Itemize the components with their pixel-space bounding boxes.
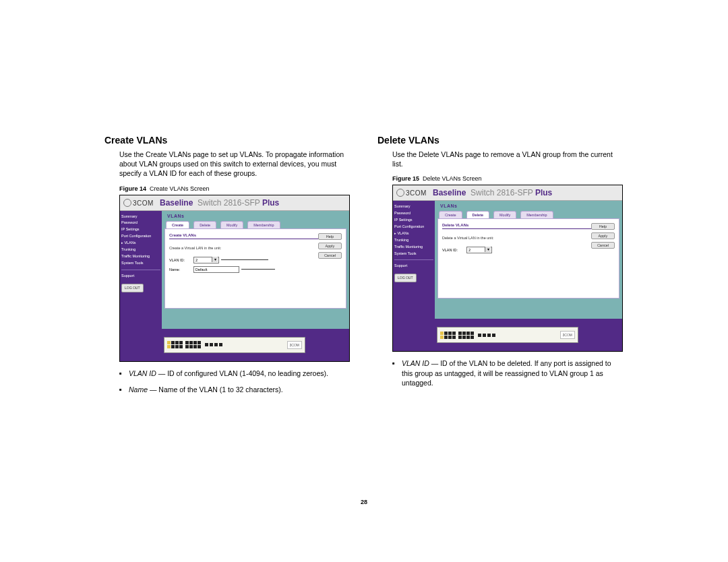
- sidebar-item-vlans[interactable]: VLANs: [394, 230, 433, 237]
- tab-modify[interactable]: Modify: [493, 211, 516, 218]
- vlanid-underline: [221, 259, 268, 260]
- sidebar-item-traffic[interactable]: Traffic Monitoring: [394, 244, 433, 251]
- product-banner: Baseline Switch 2816-SFP Plus: [157, 198, 349, 208]
- port-logo: 3COM: [287, 341, 302, 349]
- sidebar-item-summary[interactable]: Summary: [394, 204, 433, 210]
- sidebar-item-trunking[interactable]: Trunking: [394, 237, 433, 244]
- sidebar-item-ip-settings[interactable]: IP Settings: [121, 226, 160, 233]
- section-heading-delete: Delete VLANs: [377, 135, 624, 146]
- page-number: 28: [104, 499, 624, 505]
- apply-button[interactable]: Apply: [591, 232, 615, 239]
- bullet-name: Name — Name of the VLAN (1 to 32 charact…: [119, 385, 351, 394]
- logout-button[interactable]: LOG OUT: [394, 274, 417, 282]
- panel-desc: Delete a Virtual LAN in the unit:: [442, 236, 615, 240]
- figure-caption-15: Figure 15 Delete VLANs Screen: [392, 175, 624, 182]
- name-underline: [241, 269, 275, 270]
- sidebar-item-system-tools[interactable]: System Tools: [394, 251, 433, 257]
- sidebar-item-port-config[interactable]: Port Configuration: [394, 224, 433, 230]
- figure-caption-14: Figure 14 Create VLANs Screen: [119, 185, 351, 192]
- intro-create: Use the Create VLANs page to set up VLAN…: [119, 150, 351, 179]
- vlanid-select[interactable]: 2: [193, 257, 219, 263]
- tab-delete[interactable]: Delete: [466, 211, 490, 218]
- breadcrumb: VLANs: [167, 214, 346, 218]
- breadcrumb: VLANs: [440, 204, 619, 208]
- tab-membership[interactable]: Membership: [247, 221, 280, 228]
- port-status-bar: 3COM: [164, 337, 305, 353]
- tab-delete[interactable]: Delete: [193, 221, 216, 228]
- name-input[interactable]: Default: [193, 266, 239, 273]
- sidebar-item-ip-settings[interactable]: IP Settings: [394, 217, 433, 224]
- sidebar-item-system-tools[interactable]: System Tools: [121, 260, 160, 267]
- sidebar-item-support[interactable]: Support: [121, 273, 160, 280]
- port-logo: 3COM: [560, 331, 575, 339]
- sidebar-nav: Summary Password IP Settings Port Config…: [393, 201, 435, 319]
- logout-button[interactable]: LOG OUT: [121, 284, 144, 292]
- sidebar-nav: Summary Password IP Settings Port Config…: [120, 211, 162, 329]
- tab-modify[interactable]: Modify: [220, 221, 243, 228]
- sidebar-item-vlans[interactable]: VLANs: [121, 240, 160, 247]
- sidebar-item-port-config[interactable]: Port Configuration: [121, 233, 160, 240]
- tab-create[interactable]: Create: [439, 211, 462, 218]
- help-button[interactable]: Help: [591, 223, 615, 230]
- screenshot-delete-vlans: 3COM Baseline Switch 2816-SFP Plus Summa…: [392, 185, 623, 352]
- screenshot-create-vlans: 3COM Baseline Switch 2816-SFP Plus Summa…: [119, 195, 350, 362]
- section-heading-create: Create VLANs: [104, 135, 351, 146]
- tab-create[interactable]: Create: [166, 221, 189, 228]
- sidebar-item-password[interactable]: Password: [394, 210, 433, 217]
- sidebar-item-password[interactable]: Password: [121, 220, 160, 226]
- help-button[interactable]: Help: [318, 233, 342, 240]
- product-banner: Baseline Switch 2816-SFP Plus: [430, 188, 622, 197]
- cancel-button[interactable]: Cancel: [591, 242, 615, 249]
- apply-button[interactable]: Apply: [318, 243, 342, 249]
- vlanid-select[interactable]: 2: [466, 247, 492, 253]
- name-label: Name:: [169, 268, 193, 272]
- panel-desc: Create a Virtual LAN in the unit:: [169, 246, 342, 250]
- tab-membership[interactable]: Membership: [520, 211, 553, 218]
- panel-title: Delete VLANs: [442, 223, 615, 229]
- bullet-vlanid: VLAN ID — ID of configured VLAN (1-4094,…: [119, 369, 351, 378]
- sidebar-item-support[interactable]: Support: [394, 263, 433, 270]
- sidebar-item-trunking[interactable]: Trunking: [121, 247, 160, 253]
- intro-delete: Use the Delete VLANs page to remove a VL…: [392, 150, 624, 168]
- sidebar-item-summary[interactable]: Summary: [121, 214, 160, 220]
- cancel-button[interactable]: Cancel: [318, 252, 342, 259]
- port-status-bar: 3COM: [437, 327, 578, 343]
- logo-3com: 3COM: [393, 189, 430, 197]
- bullet-vlanid-delete: VLAN ID — ID of the VLAN to be deleted. …: [392, 358, 624, 387]
- panel-title: Create VLANs: [169, 233, 342, 239]
- vlanid-label: VLAN ID:: [169, 258, 193, 262]
- sidebar-item-traffic[interactable]: Traffic Monitoring: [121, 253, 160, 260]
- logo-3com: 3COM: [120, 199, 157, 207]
- vlanid-label: VLAN ID:: [442, 248, 466, 252]
